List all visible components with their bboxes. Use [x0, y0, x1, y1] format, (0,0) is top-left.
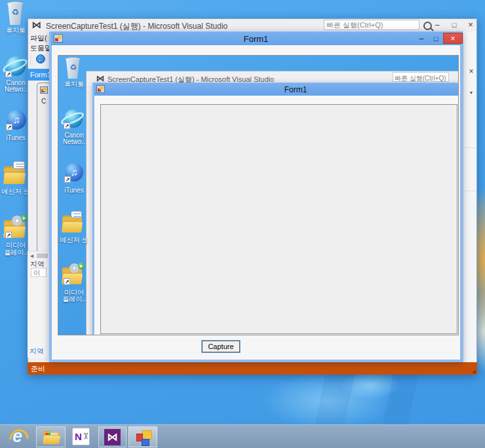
desktop-icon-media-player[interactable]: ▶ ↗ 미디어 플레이..: [0, 215, 31, 258]
vs-window-title: ScreenCaptureTest1 (실행) - Microsoft Visu…: [46, 21, 227, 32]
menu-file[interactable]: 파일(: [30, 33, 47, 43]
designer-partial-text: C: [41, 98, 46, 105]
designer-form-partial: C: [37, 83, 49, 254]
captured-vs-logo-icon: ⋈: [96, 73, 105, 83]
app-icon-blue-square: [142, 439, 149, 446]
desktop-icon-recycle-bin[interactable]: ♻ 휴지통: [0, 1, 31, 37]
captured-empty-picturebox: [100, 104, 457, 334]
screen: ♻ 휴지통 ↗ Canon Netwo.. ♫ ↗ iTunes 메신저 센 ▶…: [0, 0, 485, 448]
icon-label: iTunes: [58, 187, 90, 194]
vs-close-button[interactable]: ×: [466, 20, 475, 29]
panel-divider: [465, 147, 476, 148]
shortcut-arrow-icon: ↗: [5, 71, 12, 77]
locals-column-header: 이: [31, 268, 47, 277]
vs-maximize-button[interactable]: □: [450, 20, 459, 29]
icon-label: 플레이..: [0, 249, 31, 256]
desktop-icon-itunes[interactable]: ♫ ↗ iTunes: [0, 110, 31, 144]
icon-label: Netwo..: [58, 138, 90, 145]
quick-launch-input[interactable]: [324, 20, 419, 30]
taskbar-visual-studio[interactable]: ⋈: [98, 426, 126, 447]
play-badge-icon: ▶: [21, 215, 28, 221]
desktop-icon-messenger[interactable]: 메신저 센: [0, 161, 31, 198]
search-icon[interactable]: [423, 22, 432, 30]
visual-studio-icon: ⋈: [104, 429, 121, 445]
navigate-back-button[interactable]: ←: [36, 54, 45, 64]
taskbar-file-explorer[interactable]: [36, 426, 66, 447]
panel-dropdown-icon[interactable]: ▼: [468, 89, 475, 96]
icon-label: 미디어: [0, 242, 31, 249]
taskbar-separator: [32, 427, 33, 447]
scroll-thumb[interactable]: [37, 253, 48, 258]
doc-tab-form1[interactable]: Form1: [28, 69, 49, 81]
icon-label: 휴지통: [58, 81, 90, 88]
shortcut-arrow-icon: ↗: [64, 176, 71, 183]
bubble-lines: [16, 164, 24, 168]
taskbar-screencapture-app[interactable]: [128, 426, 157, 447]
vs-logo-icon: ⋈: [31, 20, 42, 30]
form1-close-button[interactable]: ×: [443, 33, 463, 44]
form1-title: Form1: [51, 34, 461, 45]
designer-hscrollbar[interactable]: ◀: [28, 251, 49, 259]
screencapture-app-icon: [136, 430, 151, 445]
folder-front: [3, 173, 26, 184]
icon-label: 플레이..: [58, 295, 90, 303]
icon-label: 메신저 센: [58, 236, 90, 244]
captured-form1-title: Form1: [94, 85, 459, 95]
shortcut-arrow-icon: ↗: [6, 124, 12, 130]
speech-bubble-icon: [71, 211, 82, 218]
form1-minimize-button[interactable]: –: [417, 34, 426, 43]
recycle-symbol-icon: ♻: [7, 8, 23, 16]
locals-bottom-tab[interactable]: 지역: [29, 346, 44, 356]
scroll-left-icon[interactable]: ◀: [29, 253, 35, 259]
app-icon-yellow-square: [142, 430, 152, 439]
toolbar-drag-handle[interactable]: [29, 55, 32, 64]
bubble-lines: [73, 214, 81, 217]
icon-label: Netwo..: [0, 86, 31, 93]
folder-front: [43, 436, 60, 444]
recycle-symbol-icon: ♻: [66, 64, 81, 72]
taskbar: e N ✂ ⋈: [0, 424, 485, 448]
taskbar-internet-explorer[interactable]: e: [7, 426, 30, 447]
shortcut-arrow-icon: ↗: [5, 232, 12, 238]
captured-icon-canon-network: ↗ Canon Netwo..: [58, 108, 90, 146]
form1-maximize-button[interactable]: □: [431, 34, 440, 43]
capture-button-focus-ring: Capture: [201, 340, 241, 353]
scissors-icon: ✂: [81, 432, 91, 440]
desktop-icon-canon-network[interactable]: ↗ Canon Netwo..: [0, 55, 31, 94]
panel-close-icon[interactable]: ×: [467, 67, 475, 75]
captured-icon-itunes: ♫ ↗ iTunes: [58, 163, 90, 196]
screenshot-picturebox: ♻ 휴지통 ↗ Canon Netwo.. ♫ ↗ iTunes 메신저 센: [58, 55, 459, 335]
icon-label: 휴지통: [0, 27, 31, 34]
designer-form-icon: [40, 86, 48, 94]
status-text: 준비: [31, 364, 45, 374]
shortcut-arrow-icon: ↗: [64, 278, 70, 285]
captured-quick-launch-text: 빠른 실행(Ctrl+Q): [395, 74, 446, 83]
right-tool-panel: × ▼: [463, 31, 476, 362]
vs-status-bar: 준비 ◢: [28, 362, 477, 375]
play-badge-icon: ▶: [78, 263, 85, 269]
folder-files: [45, 433, 58, 435]
panel-divider: [465, 191, 476, 191]
folder-front: [62, 222, 83, 233]
capture-button[interactable]: Capture: [202, 341, 240, 352]
resize-grip-icon[interactable]: ◢: [472, 368, 476, 374]
onenote-icon: N ✂: [72, 428, 90, 445]
speech-bubble-icon: [13, 161, 25, 169]
internet-explorer-icon: e: [12, 426, 22, 446]
shortcut-arrow-icon: ↗: [64, 122, 70, 129]
taskbar-onenote-clipper[interactable]: N ✂: [69, 427, 93, 447]
captured-icon-recycle-bin: ♻ 휴지통: [58, 57, 90, 91]
captured-quick-launch: 빠른 실행(Ctrl+Q): [393, 72, 449, 82]
icon-label: iTunes: [0, 134, 31, 141]
captured-icon-messenger: 메신저 센: [58, 211, 90, 246]
captured-icon-media-player: ▶ ↗ 미디어 플레이..: [58, 263, 90, 305]
vs-minimize-button[interactable]: –: [433, 20, 442, 29]
icon-label: 메신저 센: [0, 188, 31, 195]
